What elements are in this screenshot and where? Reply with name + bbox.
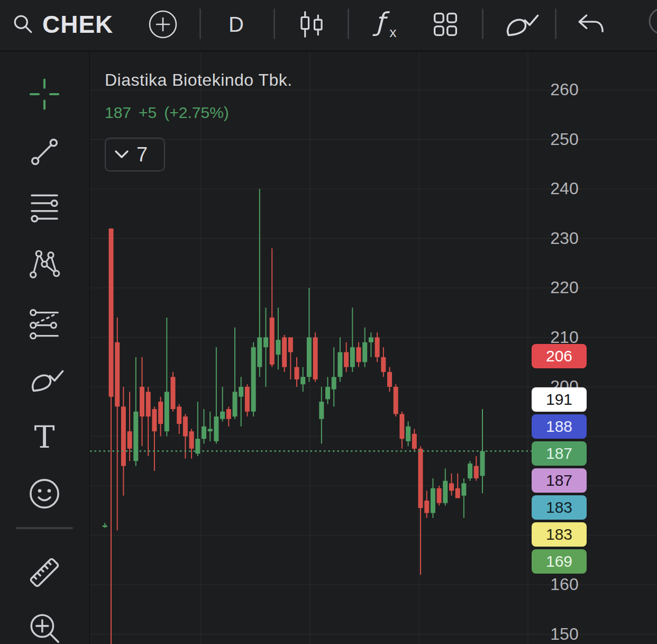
- price-level-badge: 183: [532, 522, 587, 547]
- trend-line-icon: [28, 135, 61, 169]
- symbol-label: CHEK: [42, 10, 113, 39]
- symbol-search-button[interactable]: CHEK: [13, 0, 113, 49]
- candle-up: [362, 342, 367, 362]
- last-price: 187: [105, 104, 131, 122]
- candle-down: [424, 501, 429, 513]
- text-tool[interactable]: T: [11, 411, 78, 462]
- candle-up: [337, 352, 342, 377]
- candle-down: [189, 431, 194, 449]
- undo-arrow-icon: [576, 11, 605, 38]
- candle-down: [245, 387, 250, 412]
- layout-grid-button[interactable]: [431, 0, 460, 49]
- undo-button[interactable]: [576, 0, 605, 49]
- price-level-badge: 206: [532, 344, 587, 368]
- svg-text:x: x: [389, 24, 396, 40]
- price-level-badge: 169: [532, 549, 587, 574]
- brush-check-icon: [28, 363, 61, 397]
- price-level-badge: 187: [532, 441, 587, 466]
- candle-down: [412, 434, 417, 449]
- candle-down: [375, 338, 380, 357]
- candle-down: [449, 483, 454, 491]
- data-window-dropdown[interactable]: 7: [105, 138, 165, 171]
- xabcd-pattern-tool[interactable]: [11, 238, 78, 289]
- candle-down: [270, 318, 275, 365]
- projection-icon: [28, 307, 61, 341]
- plus-circle-icon: [148, 10, 178, 39]
- candle-down: [387, 372, 392, 387]
- indicators-button[interactable]: ƒ x: [370, 0, 401, 49]
- content-region: T: [0, 50, 657, 644]
- price-change-row: 187 +5 (+2.75%): [105, 104, 293, 122]
- symbol-title: Diastika Biotekindo Tbk.: [105, 70, 293, 90]
- price-tick-label: 220: [535, 278, 594, 297]
- fib-retracement-icon: [28, 191, 61, 224]
- candle-up: [251, 347, 256, 412]
- interval-button[interactable]: D: [229, 0, 244, 49]
- fib-retracement-tool[interactable]: [11, 182, 78, 233]
- chart-style-button[interactable]: [297, 0, 326, 49]
- candle-up: [257, 338, 262, 367]
- candle-down: [177, 406, 181, 424]
- crosshair-tool[interactable]: [11, 69, 78, 120]
- emoji-tool[interactable]: [11, 468, 78, 519]
- price-level-badge: 187: [532, 468, 587, 493]
- candle-down: [474, 466, 479, 478]
- sidebar-divider: [16, 527, 73, 529]
- candle-up: [406, 427, 410, 441]
- candle-up: [300, 377, 305, 384]
- trend-line-tool[interactable]: [11, 126, 78, 177]
- price-level-badge: 183: [532, 495, 587, 520]
- toolbar-divider: [348, 8, 349, 39]
- xabcd-pattern-icon: [28, 247, 61, 280]
- candle-down: [394, 387, 398, 414]
- candle-down: [152, 409, 157, 431]
- ruler-tool[interactable]: [11, 547, 78, 598]
- candle-up: [233, 392, 238, 416]
- candle-up: [332, 377, 336, 389]
- candle-up: [461, 483, 466, 495]
- zoom-in-tool[interactable]: [11, 603, 78, 644]
- candle-down: [399, 414, 404, 439]
- candle-up: [443, 481, 448, 503]
- dropdown-value: 7: [136, 143, 148, 166]
- candle-up: [263, 338, 268, 348]
- candle-up: [165, 392, 169, 431]
- candle-down: [381, 357, 386, 372]
- toolbar-divider: [199, 8, 201, 39]
- svg-text:ƒ: ƒ: [372, 7, 390, 37]
- price-change: +5: [139, 104, 157, 122]
- price-tick-label: 150: [535, 624, 594, 644]
- price-tick-label: 160: [535, 575, 594, 594]
- projection-tool[interactable]: [11, 298, 78, 349]
- candle-down: [171, 377, 176, 409]
- candle-up: [480, 451, 485, 476]
- add-symbol-button[interactable]: [148, 0, 178, 49]
- candle-down: [158, 402, 163, 424]
- candle-down: [313, 338, 318, 379]
- brush-tool[interactable]: [11, 355, 78, 405]
- candle-up: [103, 525, 107, 527]
- candle-up: [220, 412, 225, 419]
- zoom-in-icon: [27, 611, 62, 644]
- layout-grid-icon: [431, 10, 460, 39]
- fx-indicators-icon: ƒ x: [370, 9, 401, 40]
- candle-down: [140, 387, 144, 416]
- candle-up: [276, 340, 280, 355]
- crosshair-icon: [27, 77, 62, 112]
- price-change-percent: (+2.75%): [164, 104, 229, 122]
- price-tick-label: 250: [535, 130, 594, 149]
- candle-down: [183, 416, 188, 436]
- candle-up: [202, 427, 206, 439]
- candle-up: [468, 464, 472, 478]
- price-level-badge: 191: [532, 387, 587, 412]
- chevron-down-icon: [114, 150, 129, 159]
- candle-up: [208, 429, 213, 431]
- toolbar-divider: [273, 8, 275, 39]
- candle-up: [133, 412, 138, 461]
- drawing-tools-button[interactable]: [503, 0, 536, 49]
- candlestick-icon: [297, 10, 326, 39]
- candle-down: [121, 406, 126, 466]
- svg-text:T: T: [34, 419, 54, 455]
- candle-down: [109, 229, 114, 397]
- candle-up: [307, 338, 312, 377]
